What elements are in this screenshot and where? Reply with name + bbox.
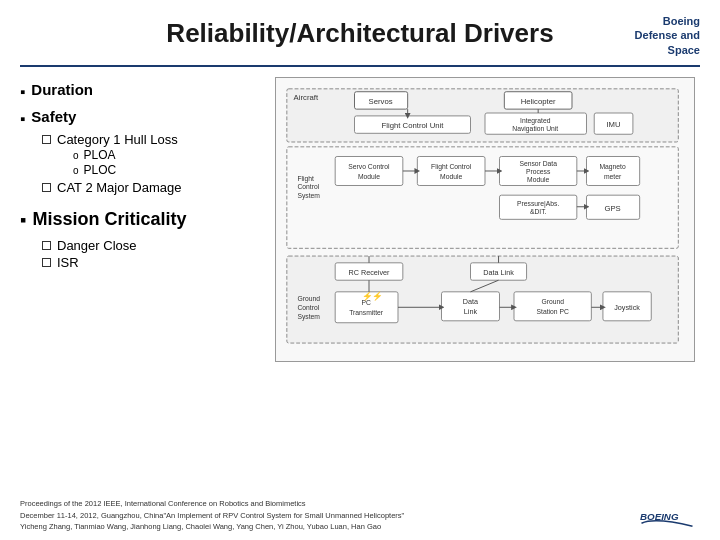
bullet-sym-mc: ▪ — [20, 209, 26, 232]
svg-text:meter: meter — [604, 173, 622, 180]
brand-line2: Defense and — [635, 28, 700, 42]
safety-sub-items: Category 1 Hull Loss o PLOA o PLOC — [20, 132, 260, 195]
svg-rect-29 — [586, 156, 639, 185]
svg-text:Servo Control: Servo Control — [348, 163, 390, 170]
bullet-sym-safety: ▪ — [20, 108, 25, 129]
svg-text:⚡: ⚡ — [372, 289, 383, 301]
cat1-label: Category 1 Hull Loss — [57, 132, 178, 147]
page: Reliability/Architectural Drivers Boeing… — [0, 0, 720, 540]
brand-line3: Space — [668, 43, 700, 57]
svg-text:Control: Control — [297, 304, 319, 311]
danger-close-item: Danger Close — [42, 238, 260, 253]
svg-rect-32 — [499, 195, 576, 219]
cat2-label: CAT 2 Major Damage — [57, 180, 182, 195]
svg-text:Navigation Unit: Navigation Unit — [512, 125, 558, 133]
brand-logo: Boeing Defense and Space — [580, 14, 700, 57]
svg-text:GPS: GPS — [604, 204, 620, 213]
svg-text:System: System — [297, 313, 320, 321]
svg-text:Flight Control: Flight Control — [431, 163, 472, 171]
svg-text:Ground: Ground — [297, 295, 320, 302]
svg-text:Data: Data — [463, 297, 479, 306]
svg-text:Flight: Flight — [297, 175, 314, 183]
svg-text:IMU: IMU — [606, 120, 620, 129]
boeing-footer-badge: BOEING — [640, 504, 700, 532]
safety-section: ▪ Safety Category 1 Hull Loss o PLOA — [20, 108, 260, 195]
svg-text:Flight Control Unit: Flight Control Unit — [382, 121, 445, 130]
mission-criticality-section: ▪ Mission Criticality Danger Close ISR — [20, 209, 260, 270]
cat1-sub-sub: o PLOA o PLOC — [57, 148, 178, 177]
svg-text:Helicopter: Helicopter — [521, 97, 556, 106]
svg-text:Integrated: Integrated — [520, 117, 551, 125]
cat1-square — [42, 135, 51, 144]
footer-text: Proceedings of the 2012 IEEE, Internatio… — [20, 498, 404, 532]
svg-text:Sensor Data: Sensor Data — [519, 160, 557, 167]
duration-bullet: ▪ Duration — [20, 81, 260, 102]
architecture-diagram: Aircraft Servos Helicopter Flight Contro… — [275, 77, 695, 362]
svg-text:Joystick: Joystick — [614, 303, 640, 312]
svg-rect-57 — [514, 292, 591, 321]
footer-line2: December 11-14, 2012, Guangzhou, China"A… — [20, 510, 404, 521]
ploa-bullet: o — [73, 150, 79, 161]
header: Reliability/Architectural Drivers Boeing… — [0, 0, 720, 57]
diagram-svg: Aircraft Servos Helicopter Flight Contro… — [282, 84, 688, 355]
danger-close-label: Danger Close — [57, 238, 137, 253]
svg-text:Ground: Ground — [541, 298, 564, 305]
bullet-sym-duration: ▪ — [20, 81, 25, 102]
svg-text:Magneto: Magneto — [599, 163, 626, 171]
ploc-item: o PLOC — [73, 163, 178, 177]
mc-sub-items: Danger Close ISR — [20, 238, 260, 270]
footer: Proceedings of the 2012 IEEE, Internatio… — [20, 498, 700, 532]
footer-line3: Yicheng Zhang, Tianmiao Wang, Jianhong L… — [20, 521, 404, 532]
ploa-label: PLOA — [84, 148, 116, 162]
svg-text:Process: Process — [526, 168, 551, 175]
cat2-item: CAT 2 Major Damage — [42, 180, 260, 195]
svg-text:System: System — [297, 192, 320, 200]
ploc-label: PLOC — [84, 163, 117, 177]
svg-text:RC Receiver: RC Receiver — [348, 268, 390, 277]
mc-title: ▪ Mission Criticality — [20, 209, 260, 232]
content-area: ▪ Duration ▪ Safety Category 1 Hull Loss — [0, 67, 720, 362]
isr-label: ISR — [57, 255, 79, 270]
svg-text:Data Link: Data Link — [483, 268, 514, 277]
isr-item: ISR — [42, 255, 260, 270]
safety-bullet: ▪ Safety — [20, 108, 260, 129]
danger-close-sq — [42, 241, 51, 250]
svg-rect-19 — [335, 156, 403, 185]
duration-label: Duration — [31, 81, 93, 98]
svg-text:Pressure|Abs.: Pressure|Abs. — [517, 200, 559, 208]
svg-rect-22 — [417, 156, 485, 185]
isr-sq — [42, 258, 51, 267]
cat1-item: Category 1 Hull Loss o PLOA o PLOC — [42, 132, 260, 178]
boeing-swoosh-svg: BOEING — [640, 504, 700, 532]
svg-text:Module: Module — [440, 173, 462, 180]
svg-text:Module: Module — [358, 173, 380, 180]
svg-text:Module: Module — [527, 176, 549, 183]
footer-line1: Proceedings of the 2012 IEEE, Internatio… — [20, 498, 404, 509]
page-title: Reliability/Architectural Drivers — [140, 14, 580, 49]
svg-text:Servos: Servos — [369, 97, 393, 106]
svg-text:Station PC: Station PC — [537, 308, 569, 315]
ploa-item: o PLOA — [73, 148, 178, 162]
duration-section: ▪ Duration — [20, 81, 260, 102]
svg-text:&DIT.: &DIT. — [530, 208, 547, 215]
brand-line1: Boeing — [663, 14, 700, 28]
svg-text:Transmitter: Transmitter — [349, 309, 384, 316]
svg-text:Aircraft: Aircraft — [294, 93, 319, 102]
safety-label: Safety — [31, 108, 76, 125]
ploc-bullet: o — [73, 165, 79, 176]
mc-title-label: Mission Criticality — [32, 209, 186, 230]
svg-text:Control: Control — [297, 183, 319, 190]
right-column: Aircraft Servos Helicopter Flight Contro… — [270, 77, 700, 362]
svg-text:Link: Link — [464, 307, 478, 316]
cat1-content: Category 1 Hull Loss o PLOA o PLOC — [57, 132, 178, 178]
left-column: ▪ Duration ▪ Safety Category 1 Hull Loss — [20, 77, 260, 362]
cat2-square — [42, 183, 51, 192]
